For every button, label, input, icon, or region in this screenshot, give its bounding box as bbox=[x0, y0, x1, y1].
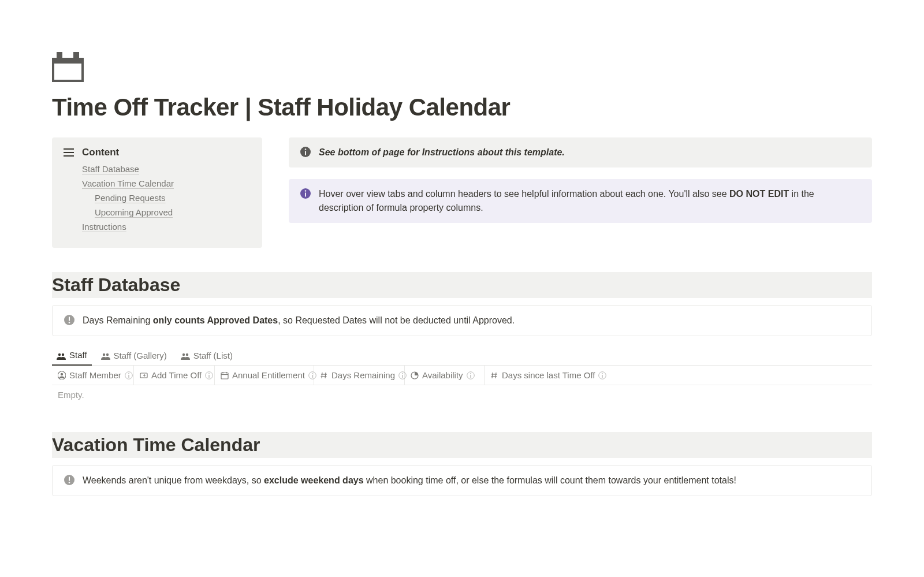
toc-link-vacation-calendar[interactable]: Vacation Time Calendar bbox=[82, 178, 174, 188]
svg-point-37 bbox=[312, 373, 313, 374]
heading-vacation-calendar: Vacation Time Calendar bbox=[52, 434, 872, 456]
toc-link-staff-database[interactable]: Staff Database bbox=[82, 164, 139, 174]
svg-point-58 bbox=[69, 482, 70, 483]
callout-hover-hint: Hover over view tabs and column headers … bbox=[289, 179, 872, 223]
svg-rect-3 bbox=[73, 52, 79, 60]
info-icon bbox=[300, 188, 311, 199]
svg-line-38 bbox=[322, 373, 322, 378]
number-icon bbox=[490, 371, 498, 379]
svg-line-50 bbox=[495, 373, 496, 378]
toc-link-pending-requests[interactable]: Pending Requests bbox=[95, 193, 166, 203]
callout-instructions-hint: See bottom of page for Instructions abou… bbox=[289, 137, 872, 167]
svg-rect-8 bbox=[305, 151, 306, 155]
calendar-icon bbox=[221, 371, 229, 379]
svg-rect-36 bbox=[312, 375, 312, 378]
svg-point-21 bbox=[186, 353, 188, 356]
svg-line-49 bbox=[492, 373, 493, 378]
table-empty-state: Empty. bbox=[52, 385, 872, 404]
view-tabs-staff: Staff Staff (Gallery) Staff (List) bbox=[52, 347, 872, 366]
tab-staff[interactable]: Staff bbox=[52, 347, 92, 366]
info-icon bbox=[467, 371, 475, 379]
person-icon bbox=[58, 371, 66, 379]
toc-title: Content bbox=[82, 147, 119, 158]
svg-rect-47 bbox=[470, 375, 471, 378]
svg-point-16 bbox=[58, 353, 61, 355]
svg-rect-54 bbox=[602, 375, 603, 378]
people-icon bbox=[101, 352, 110, 359]
info-icon bbox=[205, 371, 213, 379]
column-days-remaining[interactable]: Days Remaining bbox=[314, 366, 405, 385]
people-icon bbox=[57, 352, 66, 359]
tab-staff-gallery[interactable]: Staff (Gallery) bbox=[96, 347, 172, 365]
toc-link-instructions[interactable]: Instructions bbox=[82, 222, 126, 232]
svg-point-12 bbox=[305, 190, 307, 192]
toc-link-upcoming-approved[interactable]: Upcoming Approved bbox=[95, 207, 173, 217]
section-header-vacation-calendar: Vacation Time Calendar bbox=[52, 432, 872, 458]
heading-staff-database: Staff Database bbox=[52, 274, 872, 296]
column-days-since-last[interactable]: Days since last Time Off bbox=[485, 366, 872, 385]
svg-point-18 bbox=[102, 353, 105, 356]
svg-point-26 bbox=[128, 373, 129, 374]
svg-point-48 bbox=[470, 373, 471, 374]
alert-icon bbox=[64, 475, 74, 485]
svg-point-23 bbox=[61, 373, 63, 375]
info-icon bbox=[598, 371, 606, 379]
svg-rect-25 bbox=[128, 375, 129, 378]
info-icon bbox=[308, 371, 316, 379]
svg-point-20 bbox=[182, 353, 185, 356]
svg-point-44 bbox=[402, 373, 403, 374]
svg-point-55 bbox=[602, 373, 603, 374]
svg-line-39 bbox=[325, 373, 326, 378]
svg-point-30 bbox=[208, 373, 210, 374]
callout-weekend-note: Weekends aren't unique from weekdays, so… bbox=[52, 465, 872, 496]
svg-rect-31 bbox=[221, 373, 228, 379]
callout-text: See bottom of page for Instructions abou… bbox=[319, 146, 565, 159]
info-icon bbox=[125, 371, 133, 379]
table-header-row: Staff Member Add Time Off Annual Entitle… bbox=[52, 366, 872, 385]
svg-rect-2 bbox=[57, 52, 62, 60]
callout-days-remaining-note: Days Remaining only counts Approved Date… bbox=[52, 305, 872, 336]
page-icon bbox=[52, 52, 84, 82]
callout-text: Days Remaining only counts Approved Date… bbox=[83, 314, 515, 327]
section-header-staff-database: Staff Database bbox=[52, 272, 872, 298]
column-add-time-off[interactable]: Add Time Off bbox=[134, 366, 215, 385]
alert-icon bbox=[64, 315, 74, 325]
table-of-contents: Content Staff Database Vacation Time Cal… bbox=[52, 137, 262, 248]
svg-point-9 bbox=[305, 148, 307, 150]
svg-point-19 bbox=[106, 353, 108, 356]
column-staff-member[interactable]: Staff Member bbox=[52, 366, 134, 385]
progress-icon bbox=[411, 371, 419, 379]
info-icon bbox=[300, 147, 311, 157]
svg-rect-14 bbox=[69, 317, 70, 321]
svg-rect-29 bbox=[209, 375, 210, 378]
column-annual-entitlement[interactable]: Annual Entitlement bbox=[215, 366, 314, 385]
number-icon bbox=[320, 371, 328, 379]
column-availability[interactable]: Availability bbox=[405, 366, 485, 385]
callout-text: Hover over view tabs and column headers … bbox=[319, 187, 860, 215]
svg-rect-43 bbox=[402, 375, 403, 378]
page-title: Time Off Tracker | Staff Holiday Calenda… bbox=[52, 94, 872, 121]
people-icon bbox=[181, 352, 190, 359]
svg-rect-57 bbox=[69, 477, 70, 481]
button-icon bbox=[140, 371, 148, 379]
svg-rect-1 bbox=[54, 64, 81, 80]
svg-point-15 bbox=[69, 322, 70, 323]
tab-staff-list[interactable]: Staff (List) bbox=[176, 347, 237, 365]
svg-rect-11 bbox=[305, 193, 306, 197]
svg-point-17 bbox=[62, 353, 64, 355]
info-icon bbox=[398, 371, 407, 379]
callout-text: Weekends aren't unique from weekdays, so… bbox=[83, 474, 736, 487]
menu-icon bbox=[64, 148, 74, 157]
